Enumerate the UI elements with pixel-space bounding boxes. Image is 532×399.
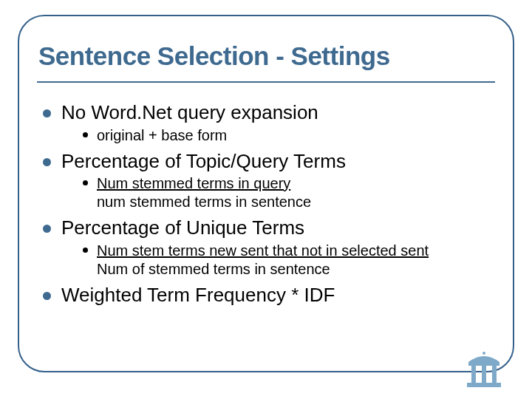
svg-rect-0 bbox=[467, 383, 501, 387]
bullet-icon bbox=[43, 292, 51, 300]
sublist-text: Num stem terms new sent that not in sele… bbox=[97, 242, 429, 279]
sublist-item: original + base form bbox=[83, 126, 489, 145]
sublist-line1: Num stemmed terms in query bbox=[97, 175, 290, 191]
slide: Sentence Selection - Settings No Word.Ne… bbox=[0, 0, 532, 399]
sublist-line1: original + base form bbox=[97, 127, 227, 143]
sublist-item: Num stem terms new sent that not in sele… bbox=[83, 242, 489, 279]
bullet-icon bbox=[43, 158, 51, 166]
list-item: Weighted Term Frequency * IDF bbox=[43, 283, 489, 307]
svg-rect-2 bbox=[482, 365, 486, 383]
svg-point-5 bbox=[482, 352, 485, 355]
slide-title: Sentence Selection - Settings bbox=[38, 41, 494, 71]
sublist-line2: num stemmed terms in sentence bbox=[97, 194, 311, 210]
svg-rect-1 bbox=[471, 365, 476, 383]
title-underline bbox=[37, 81, 495, 83]
bullet-icon bbox=[83, 248, 88, 253]
list-item: Percentage of Unique Terms bbox=[43, 216, 489, 240]
bullet-icon bbox=[43, 109, 51, 117]
list-item-text: Percentage of Topic/Query Terms bbox=[61, 149, 346, 174]
bullet-icon bbox=[83, 180, 88, 185]
sublist-line2: Num of stemmed terms in sentence bbox=[97, 261, 330, 277]
sublist: original + base form bbox=[83, 126, 489, 145]
unc-old-well-icon bbox=[463, 349, 505, 390]
bullet-icon bbox=[43, 225, 51, 233]
bullet-icon bbox=[83, 132, 88, 137]
list-item: Percentage of Topic/Query Terms bbox=[43, 149, 489, 174]
sublist-item: Num stemmed terms in query num stemmed t… bbox=[83, 174, 489, 211]
list-item-text: No Word.Net query expansion bbox=[61, 100, 318, 125]
sublist: Num stem terms new sent that not in sele… bbox=[83, 242, 489, 279]
list-item: No Word.Net query expansion bbox=[43, 100, 489, 125]
sublist-text: Num stemmed terms in query num stemmed t… bbox=[97, 174, 311, 211]
svg-rect-4 bbox=[468, 362, 499, 366]
list-item-text: Percentage of Unique Terms bbox=[61, 216, 304, 240]
slide-content: No Word.Net query expansion original + b… bbox=[43, 96, 489, 355]
svg-rect-3 bbox=[492, 365, 497, 383]
list-item-text: Weighted Term Frequency * IDF bbox=[61, 283, 335, 307]
sublist-text: original + base form bbox=[97, 126, 227, 145]
sublist-line1: Num stem terms new sent that not in sele… bbox=[97, 242, 429, 259]
sublist: Num stemmed terms in query num stemmed t… bbox=[83, 174, 489, 211]
